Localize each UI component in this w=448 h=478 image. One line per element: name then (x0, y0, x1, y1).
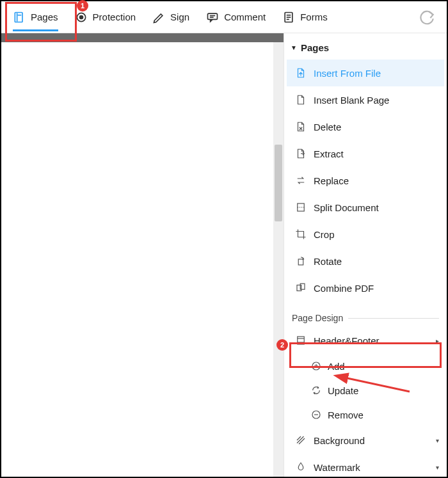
svg-line-29 (299, 438, 305, 444)
section-label-text: Page Design (292, 313, 343, 323)
document-page[interactable] (1, 42, 273, 477)
collapse-caret-icon: ▼ (291, 44, 297, 51)
panel-title-row[interactable]: ▼ Pages (287, 40, 444, 60)
delete-page-icon (294, 120, 307, 133)
menu-label: Header&Footer (314, 335, 380, 346)
menu-watermark[interactable]: Watermark ▾ (287, 454, 444, 477)
replace-icon (294, 174, 307, 187)
pages-menu: Insert From File Insert Blank Page Delet… (287, 60, 444, 477)
menu-rotate[interactable]: Rotate (287, 248, 444, 275)
annotation-badge-2: 2 (276, 339, 288, 351)
scrollbar-thumb[interactable] (275, 145, 282, 221)
menu-combine-pdf[interactable]: Combine PDF (287, 275, 444, 301)
pages-icon (13, 11, 26, 24)
tab-protection-label: Protection (93, 12, 136, 22)
menu-label: Replace (314, 175, 349, 186)
menu-header-footer[interactable]: Header&Footer ▸ (287, 327, 444, 354)
extract-icon (294, 147, 307, 160)
annotation-badge-1: 1 (77, 0, 88, 12)
split-icon (294, 201, 307, 214)
svg-rect-20 (298, 337, 305, 344)
tab-forms[interactable]: Forms (276, 7, 334, 28)
menu-label: Watermark (314, 462, 360, 473)
document-tab-bar (1, 33, 284, 42)
menu-label: Background (314, 435, 365, 446)
panel-title: Pages (301, 42, 329, 53)
chevron-right-icon: ▸ (436, 337, 439, 344)
tab-forms-label: Forms (300, 12, 328, 22)
menu-label: Insert Blank Page (314, 95, 389, 106)
rotate-icon (294, 255, 307, 267)
menu-crop[interactable]: Crop (287, 221, 444, 248)
add-icon (310, 360, 323, 372)
menu-delete[interactable]: Delete (287, 113, 444, 140)
submenu-remove[interactable]: Remove (287, 402, 444, 427)
menu-replace[interactable]: Replace (287, 167, 444, 194)
menu-insert-from-file[interactable]: Insert From File (287, 60, 444, 86)
comment-icon (206, 11, 219, 24)
submenu-update[interactable]: Update (287, 378, 444, 402)
svg-rect-5 (208, 13, 218, 19)
menu-split-document[interactable]: Split Document (287, 194, 444, 221)
menu-background[interactable]: Background ▾ (287, 427, 444, 454)
crop-icon (294, 228, 307, 241)
menu-extract[interactable]: Extract (287, 140, 444, 167)
section-page-design: Page Design (287, 301, 444, 327)
chevron-down-icon: ▾ (436, 437, 439, 444)
svg-rect-0 (15, 12, 22, 22)
vertical-scrollbar[interactable] (273, 42, 284, 477)
update-icon (310, 384, 323, 397)
menu-label: Insert From File (314, 68, 381, 79)
submenu-label: Update (328, 385, 358, 396)
insert-file-icon (294, 67, 307, 79)
menu-label: Combine PDF (314, 283, 374, 294)
svg-rect-15 (298, 203, 305, 211)
header-footer-icon (294, 334, 307, 347)
tab-pages-label: Pages (31, 12, 58, 22)
watermark-icon (294, 461, 307, 474)
tab-comment-label: Comment (224, 12, 266, 22)
chevron-down-icon: ▾ (436, 464, 439, 471)
menu-label: Crop (314, 229, 335, 240)
submenu-add[interactable]: Add (287, 354, 444, 378)
sign-icon (152, 11, 165, 24)
content-area: ▼ Pages Insert From File Insert Blank Pa… (1, 33, 447, 477)
side-panel: ▼ Pages Insert From File Insert Blank Pa… (284, 33, 447, 477)
tab-pages[interactable]: Pages (6, 7, 65, 28)
tab-sign-label: Sign (170, 12, 189, 22)
svg-rect-17 (298, 259, 303, 265)
toolbar: Pages Protection Sign Comment Forms (1, 1, 447, 33)
redo-button[interactable] (412, 5, 442, 29)
combine-icon (294, 282, 307, 294)
menu-insert-blank-page[interactable]: Insert Blank Page (287, 86, 444, 113)
tab-comment[interactable]: Comment (200, 7, 272, 28)
remove-icon (310, 408, 323, 421)
submenu-label: Remove (328, 410, 364, 420)
menu-label: Split Document (314, 202, 379, 213)
blank-page-icon (294, 93, 307, 106)
tab-sign[interactable]: Sign (146, 7, 196, 28)
background-icon (294, 434, 307, 447)
document-area (1, 33, 284, 477)
menu-label: Rotate (314, 256, 342, 267)
svg-point-4 (79, 15, 83, 19)
menu-label: Delete (314, 122, 341, 132)
submenu-label: Add (328, 361, 345, 372)
forms-icon (282, 11, 295, 24)
protection-icon (75, 11, 88, 24)
redo-icon (419, 9, 435, 26)
menu-label: Extract (314, 148, 344, 159)
